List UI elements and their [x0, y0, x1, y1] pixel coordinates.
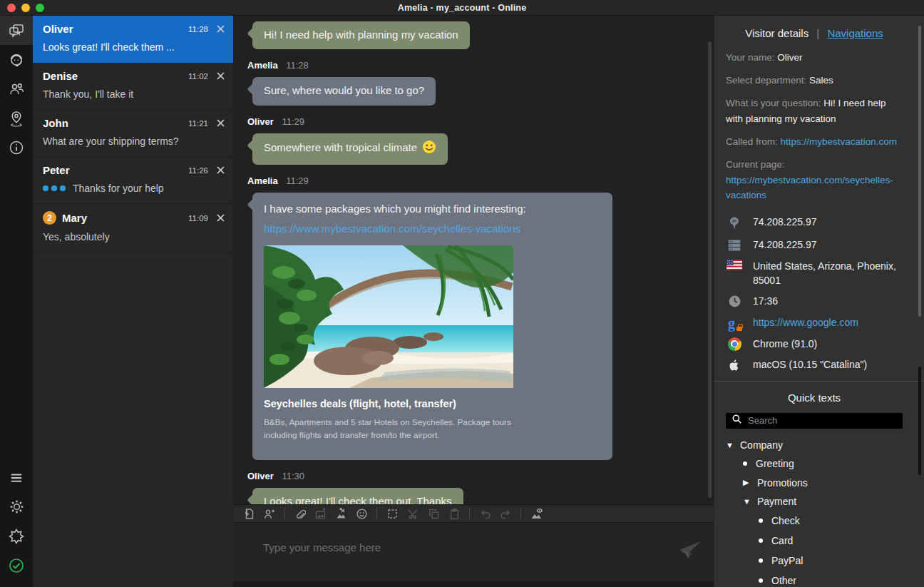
tree-node-card[interactable]: Card	[726, 535, 903, 546]
nav-support-agent-icon[interactable]	[0, 45, 33, 74]
close-chat-icon[interactable]	[217, 166, 225, 174]
message-author: Oliver	[247, 116, 274, 127]
toolbar-separator	[284, 508, 284, 519]
nav-chats-icon[interactable]	[0, 16, 33, 45]
chat-preview: What are your shipping terms?	[43, 136, 225, 147]
tree-node-check[interactable]: Check	[726, 515, 903, 526]
cut-icon[interactable]	[404, 506, 422, 521]
copy-icon[interactable]	[424, 506, 443, 521]
chat-list-item[interactable]: Oliver 11:28 Looks great! I'll check the…	[33, 16, 233, 63]
chat-preview: Yes, absolutely	[43, 231, 225, 243]
chat-time: 11:26	[188, 166, 208, 175]
field-called-from: Called from: https://mybestvacation.com	[726, 134, 903, 150]
undo-icon[interactable]	[476, 506, 494, 521]
expanded-arrow-icon[interactable]: ▼	[743, 497, 757, 506]
chrome-browser-icon	[726, 337, 743, 351]
chat-name: Mary	[62, 212, 87, 224]
bullet-icon	[743, 461, 747, 466]
chat-time: 11:09	[188, 214, 208, 223]
typing-indicator-icon	[43, 185, 66, 191]
close-chat-icon[interactable]	[217, 25, 225, 33]
message-meta: Amelia 11:29	[247, 175, 697, 186]
info-row-browser: Chrome (91.0)	[726, 337, 903, 351]
quick-texts-search-input[interactable]	[748, 415, 897, 426]
minimize-window-button[interactable]	[21, 4, 30, 12]
visitor-details-scrollbar[interactable]	[918, 26, 921, 317]
chat-list-item[interactable]: 2 Mary 11:09 Yes, absolutely	[33, 204, 233, 252]
composer	[233, 523, 714, 581]
canned-response-icon[interactable]	[239, 506, 257, 521]
ip-pin-icon: IP	[726, 215, 743, 231]
quick-texts-title: Quick texts	[726, 392, 903, 404]
settings-gear-icon[interactable]	[0, 492, 33, 521]
toolbar-separator	[376, 508, 377, 519]
message-input[interactable]	[263, 541, 664, 553]
toolbar-separator	[469, 508, 470, 519]
field-question: What is your question: Hi! I need help w…	[726, 96, 903, 126]
chat-list-item[interactable]: Denise 11:02 Thank you, I'll take it	[33, 63, 233, 110]
collapsed-arrow-icon[interactable]: ▶	[743, 478, 757, 487]
nav-visitors-icon[interactable]	[0, 74, 33, 103]
window-title: Amelia - my_account - Online	[398, 3, 527, 13]
redo-icon[interactable]	[496, 506, 515, 521]
tree-node-greeting[interactable]: Greeting	[726, 458, 903, 469]
quick-texts-scrollbar[interactable]	[918, 367, 921, 475]
online-status-icon[interactable]	[0, 551, 33, 580]
close-chat-icon[interactable]	[217, 214, 225, 222]
toolbar-separator	[520, 508, 521, 519]
attach-file-icon[interactable]	[290, 506, 309, 521]
nav-info-icon[interactable]	[0, 133, 33, 162]
image-preview-icon[interactable]	[527, 506, 545, 521]
field-your-name: Your name: Oliver	[726, 50, 903, 66]
info-row-os: macOS (10.15 "Catalina")	[726, 357, 903, 372]
tree-node-other[interactable]: Other	[726, 575, 903, 586]
message-time: 11:29	[286, 175, 309, 186]
tab-visitor-details[interactable]: Visitor details	[745, 27, 808, 39]
chat-preview: Looks great! I'll check them ...	[43, 41, 225, 53]
svg-text:IP: IP	[732, 218, 736, 223]
field-current-page: Current page: https://mybestvacation.com…	[726, 157, 903, 203]
nav-geo-location-icon[interactable]	[0, 103, 33, 133]
menu-icon[interactable]	[0, 463, 33, 492]
quick-texts-tree: ▼Company Greeting ▶Promotions ▼Payment C…	[726, 439, 903, 587]
close-window-button[interactable]	[7, 4, 16, 12]
tree-node-company[interactable]: ▼Company	[726, 439, 903, 451]
emoji-icon[interactable]	[352, 506, 371, 521]
crop-image-icon[interactable]	[332, 506, 350, 521]
current-page-link[interactable]: https://mybestvacation.com/seychelles-va…	[726, 175, 893, 201]
tab-navigations[interactable]: Navigations	[827, 27, 883, 39]
tree-node-promotions[interactable]: ▶Promotions	[726, 477, 903, 489]
add-participant-icon[interactable]	[260, 506, 278, 521]
quick-texts-search[interactable]	[726, 413, 903, 429]
called-from-link[interactable]: https://mybestvacation.com	[781, 136, 898, 147]
chat-name: Peter	[43, 164, 70, 176]
quick-texts-section: Quick texts ▼Company Greeting ▶Promotion…	[714, 382, 924, 587]
tree-node-paypal[interactable]: PayPal	[726, 555, 903, 566]
info-row-referrer: g https://www.google.com	[726, 315, 903, 330]
theme-burst-icon[interactable]	[0, 521, 33, 551]
bullet-icon	[759, 538, 763, 543]
nav-rail	[0, 16, 33, 587]
info-row-location: United States, Arizona, Phoenix, 85001	[726, 259, 903, 288]
tree-node-payment[interactable]: ▼Payment	[726, 496, 903, 507]
zoom-window-button[interactable]	[36, 4, 44, 12]
chat-list-item[interactable]: John 11:21 What are your shipping terms?	[33, 110, 233, 157]
expanded-arrow-icon[interactable]: ▼	[726, 441, 740, 449]
seychelles-beach-image	[264, 245, 513, 388]
close-chat-icon[interactable]	[217, 119, 225, 127]
info-row-host: 74.208.225.97	[726, 238, 903, 252]
upload-image-icon[interactable]	[311, 506, 329, 521]
chat-list-item[interactable]: Peter 11:26 Thanks for your help	[33, 157, 233, 204]
conversation-scrollbar[interactable]	[708, 41, 712, 498]
message-time: 11:30	[282, 471, 304, 481]
bullet-icon	[759, 578, 763, 583]
message-bubble-agent-package: I have some packages which you might fin…	[252, 193, 612, 460]
send-message-icon[interactable]	[678, 538, 702, 564]
chat-preview: Thank you, I'll take it	[43, 88, 225, 100]
composer-toolbar	[233, 504, 714, 523]
package-link[interactable]: https://www.mybestvacation.com/seychelle…	[264, 222, 601, 236]
paste-icon[interactable]	[445, 506, 463, 521]
referrer-link[interactable]: https://www.google.com	[753, 315, 858, 330]
close-chat-icon[interactable]	[217, 72, 225, 80]
select-area-icon[interactable]	[383, 506, 401, 521]
